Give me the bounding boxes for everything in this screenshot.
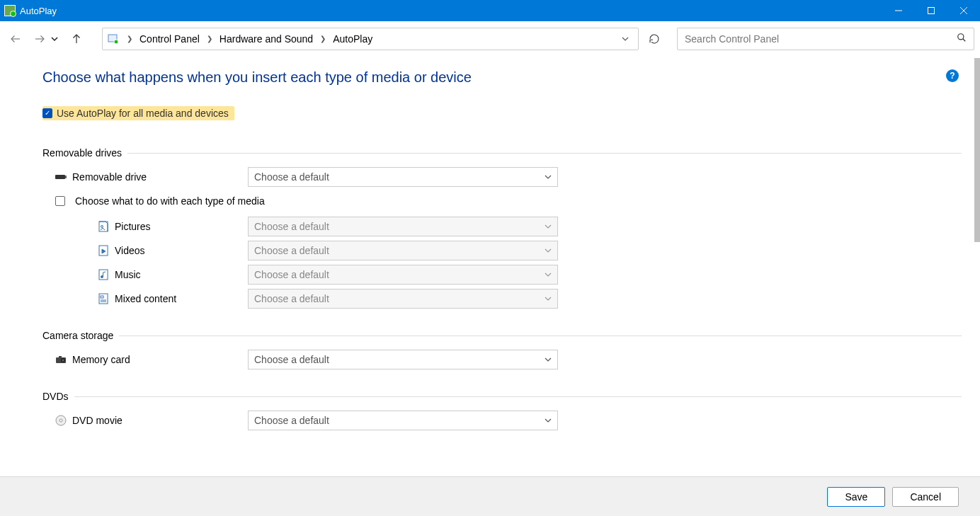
combo-value: Choose a default [254, 293, 329, 304]
minimize-button[interactable] [882, 0, 915, 21]
chevron-down-icon [545, 269, 552, 280]
dvd-movie-combo[interactable]: Choose a default [248, 411, 558, 430]
breadcrumb-item[interactable]: Hardware and Sound [217, 33, 316, 45]
footer-bar: Save Cancel [0, 476, 980, 516]
combo-value: Choose a default [254, 171, 329, 183]
option-label: Mixed content [115, 293, 176, 304]
memory-card-icon [55, 354, 67, 365]
breadcrumb-dropdown-button[interactable] [617, 35, 634, 43]
option-label: Pictures [115, 221, 151, 232]
mixed-content-icon [98, 293, 109, 304]
videos-combo[interactable]: Choose a default [248, 241, 558, 260]
option-removable-drive: Removable drive Choose a default [42, 167, 962, 187]
search-input[interactable] [685, 33, 957, 45]
combo-value: Choose a default [254, 354, 329, 365]
use-autoplay-row: Use AutoPlay for all media and devices [42, 106, 234, 120]
divider [119, 336, 962, 336]
music-combo[interactable]: Choose a default [248, 265, 558, 285]
divider [127, 153, 962, 154]
removable-drive-icon [55, 171, 67, 183]
svg-rect-11 [55, 175, 65, 179]
chevron-right-icon: ❯ [319, 35, 327, 42]
option-label: Videos [115, 245, 145, 256]
section-dvds: DVDs DVD movie Choose a default [42, 391, 962, 430]
svg-point-30 [59, 419, 62, 422]
svg-rect-1 [928, 8, 935, 14]
chevron-right-icon: ❯ [125, 35, 134, 42]
divider [74, 396, 962, 397]
refresh-button[interactable] [644, 33, 664, 45]
section-header: Removable drives [42, 147, 962, 159]
option-music: Music Choose a default [42, 265, 962, 285]
combo-value: Choose a default [254, 221, 329, 232]
option-memory-card: Memory card Choose a default [42, 350, 962, 369]
svg-point-9 [958, 33, 964, 39]
scrollbar-thumb[interactable] [974, 58, 980, 242]
breadcrumb-item[interactable]: Control Panel [137, 33, 203, 45]
section-camera-storage: Camera storage Memory card Choose a defa… [42, 330, 962, 369]
section-title: Removable drives [42, 147, 122, 159]
chevron-down-icon [545, 245, 552, 256]
removable-drive-combo[interactable]: Choose a default [248, 167, 558, 187]
section-header: DVDs [42, 391, 962, 402]
page-title: Choose what happens when you insert each… [42, 69, 962, 86]
chevron-right-icon: ❯ [205, 35, 214, 42]
videos-icon [98, 245, 109, 256]
chevron-down-icon [545, 415, 552, 426]
combo-value: Choose a default [254, 245, 329, 256]
combo-value: Choose a default [254, 415, 329, 426]
svg-rect-12 [65, 176, 67, 178]
use-autoplay-label[interactable]: Use AutoPlay for all media and devices [57, 108, 229, 119]
dvd-icon [55, 415, 67, 426]
option-label: Music [115, 269, 141, 280]
breadcrumb-bar[interactable]: ❯ Control Panel ❯ Hardware and Sound ❯ A… [102, 28, 639, 50]
close-button[interactable] [947, 0, 980, 21]
chevron-down-icon [545, 293, 552, 304]
chevron-down-icon [545, 171, 552, 183]
media-type-check-label[interactable]: Choose what to do with each type of medi… [75, 195, 265, 207]
mixed-combo[interactable]: Choose a default [248, 289, 558, 309]
chevron-down-icon [545, 354, 552, 365]
svg-line-20 [103, 272, 106, 273]
svg-point-8 [114, 40, 118, 44]
search-icon [957, 33, 967, 45]
svg-rect-21 [99, 294, 108, 304]
window-title: AutoPlay [20, 6, 57, 16]
content-area: ? Choose what happens when you insert ea… [0, 57, 980, 476]
pictures-icon [98, 221, 109, 232]
option-mixed: Mixed content Choose a default [42, 289, 962, 309]
recent-locations-button[interactable] [51, 35, 62, 42]
cancel-button[interactable]: Cancel [892, 487, 959, 507]
maximize-button[interactable] [915, 0, 947, 21]
option-pictures: Pictures Choose a default [42, 217, 962, 236]
svg-marker-16 [102, 249, 106, 253]
breadcrumb-item[interactable]: AutoPlay [330, 33, 375, 45]
svg-point-27 [62, 360, 64, 362]
svg-point-14 [101, 226, 103, 228]
save-button[interactable]: Save [827, 487, 885, 507]
section-header: Camera storage [42, 330, 962, 341]
navigation-bar: ❯ Control Panel ❯ Hardware and Sound ❯ A… [0, 21, 980, 57]
option-videos: Videos Choose a default [42, 241, 962, 260]
memory-card-combo[interactable]: Choose a default [248, 350, 558, 369]
combo-value: Choose a default [254, 269, 329, 280]
option-label: DVD movie [72, 415, 122, 426]
help-button[interactable]: ? [946, 69, 959, 82]
back-button[interactable] [6, 29, 25, 49]
title-bar-left: AutoPlay [4, 5, 57, 16]
svg-rect-22 [101, 296, 103, 298]
svg-rect-28 [59, 356, 62, 358]
app-icon [4, 5, 16, 16]
media-type-checkbox[interactable] [55, 196, 65, 206]
use-autoplay-checkbox[interactable] [42, 108, 52, 118]
pictures-combo[interactable]: Choose a default [248, 217, 558, 236]
up-button[interactable] [67, 29, 86, 49]
section-title: Camera storage [42, 330, 113, 341]
svg-line-10 [963, 38, 966, 41]
search-box[interactable] [677, 28, 974, 50]
media-type-check-row: Choose what to do with each type of medi… [42, 195, 962, 207]
section-removable-drives: Removable drives Removable drive Choose … [42, 147, 962, 309]
window-controls [882, 0, 980, 21]
forward-button[interactable] [30, 29, 50, 49]
option-label: Memory card [72, 354, 130, 365]
